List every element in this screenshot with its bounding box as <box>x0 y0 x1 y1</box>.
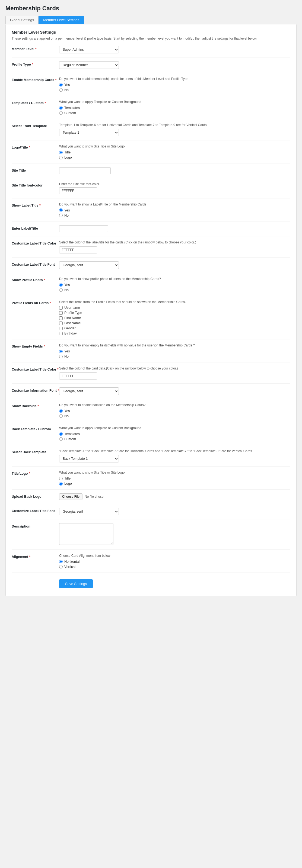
title-logo-back-control: What you want to show Site Title or Site… <box>59 470 290 486</box>
upload-back-logo-control: Choose File No file chosen <box>59 493 290 500</box>
show-empty-fields-label: Show Empty Fields * <box>12 343 59 349</box>
logo-title-radios: Title Logo <box>59 150 290 159</box>
show-label-no-radio[interactable]: No <box>59 214 290 217</box>
templates-custom-radios: Templates Custom <box>59 106 290 115</box>
logo-radio[interactable]: Logo <box>59 156 290 159</box>
customize-label-color-input[interactable] <box>59 246 97 253</box>
logo-title-desc: What you want to show Site Title or Site… <box>59 144 290 149</box>
show-profile-photo-label: Show Profile Photo * <box>12 277 59 283</box>
empty-no-radio[interactable]: No <box>59 354 290 359</box>
backside-no-radio[interactable]: No <box>59 414 290 418</box>
member-level-select[interactable]: Super Admins <box>59 46 119 53</box>
show-label-yes-radio[interactable]: Yes <box>59 209 290 212</box>
title-logo-back-row: Title/Logo * What you want to show Site … <box>12 470 290 490</box>
site-title-font-color-input[interactable] <box>59 187 97 194</box>
logo-title-label: Logo/Title * <box>12 144 59 150</box>
profile-type-row: Profile Type * Regular Member <box>12 61 290 73</box>
select-back-template-control: "Back Template-1 " to "Back Template-6 "… <box>59 449 290 463</box>
show-backside-label: Show Backside * <box>12 403 59 409</box>
logo-title-control: What you want to show Site Title or Site… <box>59 144 290 159</box>
section-title: Member Level Settings <box>12 30 290 34</box>
title-logo-back-label: Title/Logo * <box>12 470 59 476</box>
enter-label-title-label: Enter Label/Title <box>12 225 59 231</box>
gender-checkbox[interactable]: Gender <box>59 327 290 330</box>
enable-yes-radio[interactable]: Yes <box>59 83 290 87</box>
required-star: * <box>32 63 33 66</box>
back-template-custom-label: Back Template / Custom <box>12 426 59 432</box>
customize-label-color-back-input[interactable] <box>59 372 97 379</box>
tab-member-level-settings[interactable]: Member Level Settings <box>38 16 84 24</box>
show-profile-photo-desc: Do you want to show profile photo of use… <box>59 277 290 281</box>
required-star: * <box>57 368 59 371</box>
description-control <box>59 523 290 546</box>
customize-info-font-select[interactable]: Georgia, serif Arial, sans-serif Times N… <box>59 388 119 395</box>
last-name-checkbox[interactable]: Last Name <box>59 321 290 325</box>
enable-membership-cards-radios: Yes No <box>59 83 290 92</box>
enable-no-radio[interactable]: No <box>59 88 290 92</box>
required-star: * <box>29 472 30 475</box>
member-level-label: Member Level * <box>12 46 59 52</box>
empty-yes-radio[interactable]: Yes <box>59 349 290 353</box>
vertical-radio[interactable]: Vertical <box>59 565 290 569</box>
show-photo-yes-radio[interactable]: Yes <box>59 283 290 287</box>
description-textarea[interactable] <box>59 523 113 545</box>
show-empty-fields-radios: Yes No <box>59 349 290 359</box>
section-desc: These settings are applied on a per memb… <box>12 36 290 41</box>
customize-label-color-back-row: Customize Label/Title Color * Select the… <box>12 366 290 383</box>
member-level-row: Member Level * Super Admins <box>12 46 290 58</box>
required-star: * <box>44 278 45 282</box>
show-profile-photo-radios: Yes No <box>59 283 290 292</box>
templates-radio[interactable]: Templates <box>59 106 290 110</box>
custom-radio[interactable]: Custom <box>59 111 290 115</box>
profile-type-checkbox[interactable]: Profile Type <box>59 311 290 315</box>
required-star: * <box>44 345 45 348</box>
back-custom-radio[interactable]: Custom <box>59 437 290 441</box>
enable-membership-cards-label: Enable Membership Cards * <box>12 77 59 83</box>
required-star: * <box>45 101 46 105</box>
profile-fields-checkboxes: Username Profile Type First Name Last Na… <box>59 306 290 335</box>
customize-label-color-back-label: Customize Label/Title Color * <box>12 366 59 372</box>
enter-label-title-input[interactable] <box>59 225 108 232</box>
save-settings-button[interactable]: Save Settings <box>59 579 93 588</box>
profile-type-select[interactable]: Regular Member <box>59 61 119 69</box>
profile-fields-on-cards-label: Profile Fields on Cards * <box>12 300 59 306</box>
show-backside-radios: Yes No <box>59 409 290 418</box>
customize-label-color-row: Customize Label/Title Color Select the c… <box>12 240 290 257</box>
select-back-template-desc: "Back Template-1 " to "Back Template-6 "… <box>59 449 290 454</box>
upload-back-logo-row: Upload Back Logo Choose File No file cho… <box>12 493 290 504</box>
customize-label-color-label: Customize Label/Title Color <box>12 240 59 246</box>
choose-file-button[interactable]: Choose File <box>59 493 82 500</box>
back-template-select[interactable]: Back Template 1 Back Template 2 Back Tem… <box>59 455 119 462</box>
show-photo-no-radio[interactable]: No <box>59 288 290 292</box>
tabs-bar: Global Settings Member Level Settings <box>5 16 297 24</box>
back-templates-radio[interactable]: Templates <box>59 432 290 436</box>
customize-label-font-control: Georgia, serif Arial, sans-serif Times N… <box>59 261 290 269</box>
back-template-custom-control: What you want to apply Template or Custo… <box>59 426 290 441</box>
backside-yes-radio[interactable]: Yes <box>59 409 290 413</box>
show-label-title-radios: Yes No <box>59 209 290 217</box>
show-backside-desc: Do you want to enable backside on the Me… <box>59 403 290 407</box>
title-radio[interactable]: Title <box>59 150 290 154</box>
birthday-checkbox[interactable]: Birthday <box>59 332 290 335</box>
select-back-template-row: Select Back Template "Back Template-1 " … <box>12 449 290 467</box>
enter-label-title-row: Enter Label/Title <box>12 225 290 237</box>
customize-label-font-select[interactable]: Georgia, serif Arial, sans-serif Times N… <box>59 261 119 269</box>
settings-card: Member Level Settings These settings are… <box>5 24 297 596</box>
show-backside-control: Do you want to enable backside on the Me… <box>59 403 290 418</box>
front-template-select[interactable]: Template 1 Template 2 Template 3 Templat… <box>59 129 119 136</box>
site-title-font-color-label: Site Title font-color <box>12 182 59 188</box>
back-title-radio[interactable]: Title <box>59 476 290 480</box>
horizontal-radio[interactable]: Horizontal <box>59 560 290 564</box>
templates-custom-row: Templates / Custom * What you want to ap… <box>12 100 290 119</box>
back-logo-radio[interactable]: Logo <box>59 482 290 486</box>
alignment-radios: Horizontal Vertical <box>59 560 290 569</box>
first-name-checkbox[interactable]: First Name <box>59 316 290 320</box>
required-star: * <box>55 78 56 82</box>
required-star: * <box>50 301 51 305</box>
username-checkbox[interactable]: Username <box>59 306 290 310</box>
page-title: Membership Cards <box>5 5 297 12</box>
customize-label-font-back-select[interactable]: Georgia, serif Arial, sans-serif Times N… <box>59 508 119 515</box>
tab-global-settings[interactable]: Global Settings <box>5 16 38 24</box>
show-profile-photo-row: Show Profile Photo * Do you want to show… <box>12 277 290 296</box>
site-title-input[interactable] <box>59 167 111 174</box>
